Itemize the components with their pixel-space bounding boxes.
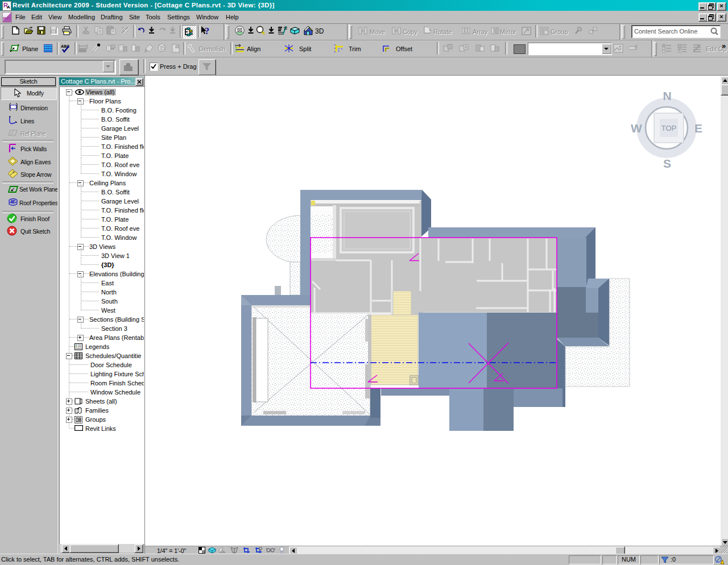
svg-text:TOP: TOP xyxy=(661,124,677,132)
svg-text:N: N xyxy=(663,89,671,102)
svg-text:?: ? xyxy=(205,26,209,35)
svg-text:W: W xyxy=(631,122,642,135)
svg-text:E: E xyxy=(694,122,702,135)
svg-text:S: S xyxy=(663,157,671,170)
